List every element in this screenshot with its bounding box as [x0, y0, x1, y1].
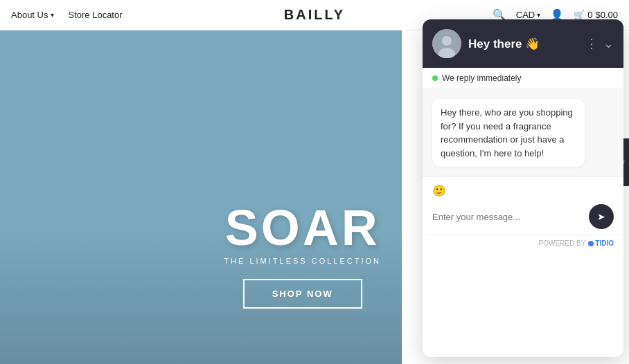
emoji-button[interactable]: 🙂	[432, 184, 446, 197]
chat-input-row: ➤	[423, 204, 623, 235]
avatar-image	[432, 29, 461, 58]
chat-widget: Hey there 👋 ⋮ ⌄ We reply immediately Hey…	[423, 19, 623, 357]
chat-input-area: 🙂	[423, 176, 623, 204]
chat-collapse-button[interactable]: ⌄	[603, 36, 614, 51]
chat-more-button[interactable]: ⋮	[585, 36, 598, 51]
hero-text: SOAR THE LIMITLESS COLLECTION SHOP NOW	[224, 203, 381, 309]
chevron-down-icon: ▾	[51, 11, 54, 19]
tidio-dot-icon	[588, 241, 594, 246]
store-locator-nav[interactable]: Store Locator	[68, 10, 122, 20]
chat-footer: POWERED BY TIDIO	[423, 235, 623, 251]
currency-label: CAD	[516, 10, 535, 20]
chat-input[interactable]	[432, 212, 583, 222]
chat-messages: Hey there, who are you shopping for? If …	[423, 89, 623, 176]
chat-greeting: Hey there 👋	[468, 37, 578, 51]
about-us-nav[interactable]: About Us ▾	[11, 10, 54, 20]
chat-header-actions: ⋮ ⌄	[585, 36, 614, 51]
chat-header: Hey there 👋 ⋮ ⌄	[423, 19, 623, 68]
send-icon: ➤	[597, 211, 605, 222]
cart-total: $0.00	[595, 10, 618, 20]
shop-now-button[interactable]: SHOP NOW	[243, 279, 362, 309]
hero-subtitle: THE LIMITLESS COLLECTION	[224, 257, 381, 265]
avatar	[432, 29, 461, 58]
chat-message-text: Hey there, who are you shopping for? If …	[441, 107, 573, 158]
tidio-logo: TIDIO	[588, 239, 614, 247]
cart-button[interactable]: 🛒 0 $0.00	[574, 10, 618, 20]
cart-icon: 🛒	[574, 10, 585, 20]
chat-send-button[interactable]: ➤	[589, 204, 614, 229]
cart-count: 0	[587, 10, 592, 20]
nav-left: About Us ▾ Store Locator	[11, 10, 123, 20]
currency-selector[interactable]: CAD ▾	[516, 10, 540, 20]
emoji-icon: 🙂	[432, 185, 446, 197]
site-logo[interactable]: BAILLY	[284, 7, 345, 23]
chevron-down-icon: ⌄	[603, 37, 614, 51]
currency-chevron-icon: ▾	[537, 11, 540, 19]
hero-title: SOAR	[224, 203, 381, 253]
chat-message-bubble: Hey there, who are you shopping for? If …	[432, 99, 585, 167]
hero-section: SOAR THE LIMITLESS COLLECTION SHOP NOW	[0, 30, 402, 364]
store-locator-label: Store Locator	[68, 10, 122, 20]
online-status-dot	[432, 75, 438, 81]
about-us-label: About Us	[11, 10, 48, 20]
powered-by-text: POWERED BY	[539, 239, 586, 247]
chat-status-bar: We reply immediately	[423, 68, 623, 89]
chat-header-text: Hey there 👋	[468, 37, 578, 51]
svg-point-1	[442, 36, 452, 46]
tidio-brand-label: TIDIO	[595, 239, 614, 247]
status-text: We reply immediately	[442, 73, 521, 83]
